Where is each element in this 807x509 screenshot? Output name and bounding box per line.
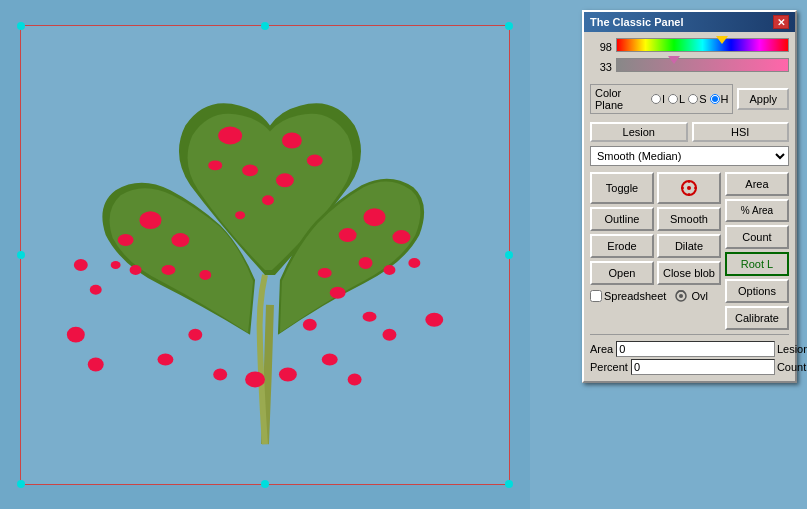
handle-tr[interactable] bbox=[505, 22, 513, 30]
svg-point-21 bbox=[383, 264, 395, 274]
crosshair-icon bbox=[679, 178, 699, 198]
svg-point-29 bbox=[425, 312, 443, 326]
svg-point-35 bbox=[322, 353, 338, 365]
classic-panel: The Classic Panel ✕ 98 33 Color Plane I bbox=[582, 10, 797, 383]
percent-stat-input[interactable] bbox=[631, 359, 775, 375]
spreadsheet-row: Spreadsheet Ovl bbox=[590, 289, 721, 303]
handle-tm[interactable] bbox=[261, 22, 269, 30]
svg-point-31 bbox=[157, 353, 173, 365]
svg-point-2 bbox=[282, 132, 302, 148]
svg-point-25 bbox=[363, 311, 377, 321]
camera-icon bbox=[674, 289, 688, 303]
svg-point-28 bbox=[88, 357, 104, 371]
sat-slider-row: 33 bbox=[590, 58, 789, 76]
handle-rm[interactable] bbox=[505, 251, 513, 259]
options-button[interactable]: Options bbox=[725, 279, 789, 303]
action-buttons-group: Toggle Outline Smooth bbox=[590, 172, 721, 330]
hue-marker bbox=[716, 36, 728, 44]
hsi-button[interactable]: HSI bbox=[692, 122, 790, 142]
main-action-area: Toggle Outline Smooth bbox=[590, 172, 789, 330]
ovl-group: Ovl bbox=[674, 289, 708, 303]
svg-point-10 bbox=[171, 233, 189, 247]
svg-point-26 bbox=[382, 328, 396, 340]
leaf-canvas bbox=[20, 25, 510, 485]
svg-point-40 bbox=[687, 186, 691, 190]
svg-point-30 bbox=[188, 328, 202, 340]
handle-bm[interactable] bbox=[261, 480, 269, 488]
handle-lm[interactable] bbox=[17, 251, 25, 259]
svg-point-15 bbox=[111, 260, 121, 268]
calibrate-button[interactable]: Calibrate bbox=[725, 306, 789, 330]
svg-point-16 bbox=[364, 208, 386, 226]
apply-button[interactable]: Apply bbox=[737, 88, 789, 110]
side-buttons: Area % Area Count Root L bbox=[725, 172, 789, 276]
smooth-button[interactable]: Smooth bbox=[657, 207, 721, 231]
spreadsheet-label[interactable]: Spreadsheet bbox=[590, 290, 666, 302]
erode-button[interactable]: Erode bbox=[590, 234, 654, 258]
spreadsheet-checkbox[interactable] bbox=[590, 290, 602, 302]
panel-body: 98 33 Color Plane I L S H Apply bbox=[584, 32, 795, 381]
svg-point-7 bbox=[262, 195, 274, 205]
svg-point-17 bbox=[339, 228, 357, 242]
svg-point-3 bbox=[242, 164, 258, 176]
svg-point-11 bbox=[118, 234, 134, 246]
lesion-stat-label: Lesion bbox=[777, 343, 807, 355]
right-panel: Area % Area Count Root L Options Calibra… bbox=[725, 172, 789, 330]
lesion-hsi-row: Lesion HSI bbox=[590, 122, 789, 142]
root-l-button[interactable]: Root L bbox=[725, 252, 789, 276]
sat-marker bbox=[668, 56, 680, 64]
svg-point-14 bbox=[130, 264, 142, 274]
toggle-button[interactable]: Toggle bbox=[590, 172, 654, 204]
panel-close-button[interactable]: ✕ bbox=[773, 15, 789, 29]
close-blob-button[interactable]: Close blob bbox=[657, 261, 721, 285]
color-plane-group: Color Plane I L S H bbox=[590, 84, 733, 114]
handle-br[interactable] bbox=[505, 480, 513, 488]
svg-point-5 bbox=[208, 160, 222, 170]
sat-slider[interactable] bbox=[616, 58, 789, 76]
svg-point-18 bbox=[392, 230, 410, 244]
svg-point-13 bbox=[199, 269, 211, 279]
radio-H[interactable]: H bbox=[710, 93, 729, 105]
svg-point-24 bbox=[303, 318, 317, 330]
area-button[interactable]: Area bbox=[725, 172, 789, 196]
bottom-buttons: Options Calibrate bbox=[725, 279, 789, 330]
radio-S[interactable]: S bbox=[688, 93, 706, 105]
radio-I[interactable]: I bbox=[651, 93, 665, 105]
panel-title: The Classic Panel bbox=[590, 16, 684, 28]
dilate-button[interactable]: Dilate bbox=[657, 234, 721, 258]
color-plane-label: Color Plane bbox=[595, 87, 648, 111]
outline-button[interactable]: Outline bbox=[590, 207, 654, 231]
hue-slider-row: 98 bbox=[590, 38, 789, 56]
divider bbox=[590, 334, 789, 335]
image-area bbox=[0, 0, 530, 509]
area-stat: Area 0 bbox=[590, 341, 775, 357]
hue-gradient bbox=[616, 38, 789, 52]
svg-point-22 bbox=[408, 257, 420, 267]
svg-point-19 bbox=[359, 256, 373, 268]
hue-slider[interactable] bbox=[616, 38, 789, 56]
svg-point-20 bbox=[318, 267, 332, 277]
area-stat-input[interactable]: 0 bbox=[616, 341, 775, 357]
sat-gradient bbox=[616, 58, 789, 72]
open-button[interactable]: Open bbox=[590, 261, 654, 285]
svg-point-4 bbox=[276, 173, 294, 187]
sat-value: 33 bbox=[590, 61, 612, 73]
svg-point-37 bbox=[90, 284, 102, 294]
target-icon-cell[interactable] bbox=[657, 172, 721, 204]
action-grid: Toggle Outline Smooth bbox=[590, 172, 721, 285]
handle-tl[interactable] bbox=[17, 22, 25, 30]
handle-bl[interactable] bbox=[17, 480, 25, 488]
radio-L[interactable]: L bbox=[668, 93, 685, 105]
lesion-button[interactable]: Lesion bbox=[590, 122, 688, 142]
count-stat-label: Count bbox=[777, 361, 806, 373]
count-button[interactable]: Count bbox=[725, 225, 789, 249]
panel-titlebar: The Classic Panel ✕ bbox=[584, 12, 795, 32]
svg-point-36 bbox=[348, 373, 362, 385]
smooth-dropdown[interactable]: Smooth (Median) Smooth (Mean) Smooth (Ga… bbox=[590, 146, 789, 166]
smooth-dropdown-row: Smooth (Median) Smooth (Mean) Smooth (Ga… bbox=[590, 146, 789, 166]
svg-point-12 bbox=[161, 264, 175, 274]
percent-area-button[interactable]: % Area bbox=[725, 199, 789, 222]
percent-stat-label: Percent bbox=[590, 361, 628, 373]
stats-row: Area 0 Lesion Percent Count bbox=[590, 341, 789, 375]
leaf-image bbox=[21, 26, 509, 484]
